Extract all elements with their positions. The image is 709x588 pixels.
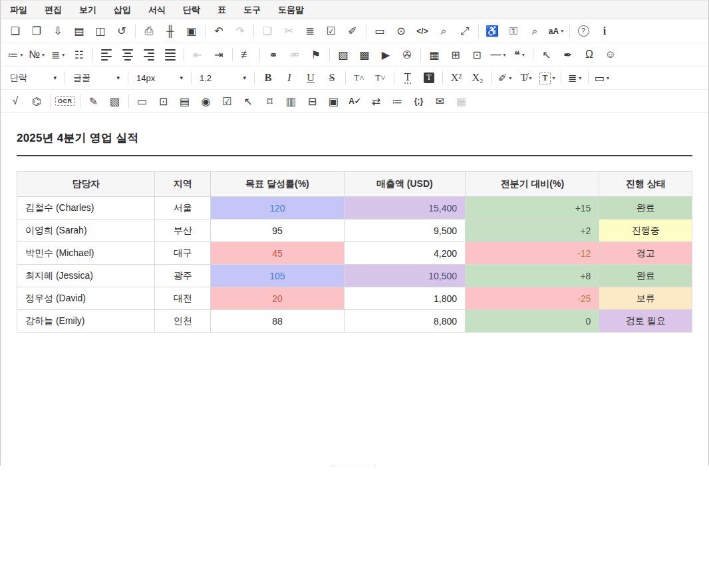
preview-button[interactable]: ⊙ (391, 22, 411, 41)
template-button[interactable]: ◫ (90, 22, 110, 41)
align-right-button[interactable] (139, 45, 159, 64)
font-size-select[interactable]: 14px▾ (131, 69, 188, 86)
special-character-button[interactable]: Ω (579, 45, 599, 64)
indent-button[interactable]: ⇥ (209, 45, 229, 64)
subscript-button[interactable]: X₂ (468, 69, 488, 87)
cell-status[interactable]: 완료 (599, 197, 692, 220)
page-title[interactable]: 2025년 4분기 영업 실적 (17, 130, 692, 156)
menu-file[interactable]: 파일 (1, 1, 36, 19)
undo-button[interactable]: ↶ (209, 22, 229, 41)
menu-table[interactable]: 표 (209, 1, 235, 19)
text-case-button[interactable]: aA▾ (546, 22, 566, 41)
save-document-button[interactable]: ⇩ (48, 22, 68, 41)
outline-list-button[interactable]: ≣▾ (48, 45, 68, 64)
attach-file-button[interactable]: ✇ (397, 45, 417, 64)
underline-button[interactable]: U (301, 69, 321, 87)
strikethrough-button[interactable]: S (322, 69, 342, 87)
insert-link-button[interactable]: ⚭ (263, 45, 283, 64)
column-header-status[interactable]: 진행 상태 (599, 172, 692, 197)
italic-button[interactable]: I (279, 69, 299, 87)
menu-edit[interactable]: 편집 (36, 1, 71, 19)
cell-delta[interactable]: +8 (466, 265, 599, 287)
cell-name[interactable]: 정우성 (David) (17, 287, 155, 310)
cell-region[interactable]: 광주 (155, 265, 211, 287)
cell-delta[interactable]: +2 (466, 220, 599, 242)
find-in-document-button[interactable]: ⌕ (434, 22, 454, 41)
list-box-button[interactable]: ≔ (388, 92, 408, 110)
align-left-button[interactable] (96, 45, 116, 64)
column-header-region[interactable]: 지역 (155, 172, 211, 197)
selection-area-button[interactable]: ⌑ (260, 92, 280, 110)
cell-region[interactable]: 인천 (155, 310, 211, 333)
preview-device-button[interactable]: ▭▾ (592, 69, 612, 87)
history-restore-button[interactable]: ↺ (112, 22, 132, 41)
page-setup-button[interactable]: ▣ (182, 22, 202, 41)
cell-region[interactable]: 부산 (155, 220, 211, 242)
numbered-list-button[interactable]: №▾ (27, 45, 47, 64)
cell-status[interactable]: 완료 (599, 265, 692, 287)
cell-delta[interactable]: 0 (466, 310, 599, 333)
ai-image-button[interactable]: ▧ (105, 92, 125, 110)
text-color-button[interactable]: T (398, 69, 418, 87)
cell-region[interactable]: 대구 (155, 242, 211, 265)
print-button[interactable]: ⎙ (139, 22, 159, 41)
bold-button[interactable]: B (258, 69, 278, 87)
cell-achievement[interactable]: 95 (211, 220, 344, 242)
cell-achievement[interactable]: 45 (211, 242, 344, 265)
form-layout-button[interactable]: ▥ (281, 92, 301, 110)
font-size-up-button[interactable]: T˄ (349, 69, 369, 87)
column-header-name[interactable]: 담당자 (17, 172, 155, 197)
spell-check-button[interactable]: A✓ (345, 92, 365, 110)
line-height-select[interactable]: 1.2▾ (194, 69, 251, 86)
font-family-select[interactable]: 글꼴▾ (68, 69, 125, 86)
cell-revenue[interactable]: 1,800 (344, 287, 466, 310)
math-formula-button[interactable]: √ (5, 92, 25, 110)
cell-name[interactable]: 김철수 (Charles) (17, 197, 155, 220)
format-painter-button[interactable]: ✐▾ (495, 69, 515, 87)
help-button[interactable]: ? (573, 22, 593, 41)
ocr-button[interactable]: OCR (54, 92, 76, 110)
cell-delta[interactable]: -12 (466, 242, 599, 265)
open-file-button[interactable]: ❐ (27, 22, 47, 41)
lock-button[interactable]: ⚿ (503, 22, 523, 41)
copy-content-button[interactable]: ⇄ (366, 92, 386, 110)
superscript-button[interactable]: X² (446, 69, 466, 87)
document-text-button[interactable]: ▤ (69, 22, 89, 41)
code-view-button[interactable]: </> (412, 22, 432, 41)
blockquote-button[interactable]: ❝▾ (509, 45, 529, 64)
bookmark-button[interactable]: ⚑ (306, 45, 326, 64)
cell-revenue[interactable]: 9,500 (344, 220, 466, 242)
cell-achievement[interactable]: 20 (211, 287, 344, 310)
clear-format-button[interactable]: T̸▾ (516, 69, 536, 87)
form-panel-button[interactable]: ▣ (324, 92, 344, 110)
emoticon-button[interactable]: ☺ (601, 45, 621, 64)
checkbox-button[interactable]: ☑ (217, 92, 237, 110)
paste-check-button[interactable]: ☑ (321, 22, 341, 41)
fullscreen-button[interactable]: ⤢ (455, 22, 475, 41)
cell-achievement[interactable]: 120 (211, 197, 344, 220)
form-list-button[interactable]: ⊟ (303, 92, 323, 110)
new-document-button[interactable]: ❏ (5, 22, 25, 41)
menu-insert[interactable]: 삽입 (105, 1, 140, 19)
cell-achievement[interactable]: 88 (211, 310, 344, 333)
radio-button-button[interactable]: ◉ (196, 92, 216, 110)
select-pointer-button[interactable]: ↖ (537, 45, 557, 64)
textarea-field-button[interactable]: ⊡ (154, 92, 174, 110)
accessibility-button[interactable]: ♿ (482, 22, 502, 41)
menu-format[interactable]: 서식 (140, 1, 174, 19)
cell-name[interactable]: 강하늘 (Emily) (17, 310, 155, 333)
select-control-button[interactable]: ↖ (239, 92, 259, 110)
menu-help[interactable]: 도움말 (269, 1, 313, 19)
paragraph-style-select[interactable]: 단락▾ (5, 69, 62, 86)
cell-name[interactable]: 박민수 (Michael) (17, 242, 155, 265)
cell-status[interactable]: 진행중 (599, 220, 692, 242)
menu-view[interactable]: 보기 (71, 1, 105, 19)
chemical-formula-button[interactable]: ⌬ (27, 92, 47, 110)
paste-special-button[interactable]: ✐ (343, 22, 362, 41)
menu-tools[interactable]: 도구 (235, 1, 269, 19)
menu-paragraph[interactable]: 단락 (174, 1, 209, 19)
zoom-search-button[interactable]: ⌕ (525, 22, 545, 41)
cell-status[interactable]: 보류 (599, 287, 692, 310)
align-justify-button[interactable] (160, 45, 180, 64)
column-header-revenue[interactable]: 매출액 (USD) (344, 172, 466, 197)
